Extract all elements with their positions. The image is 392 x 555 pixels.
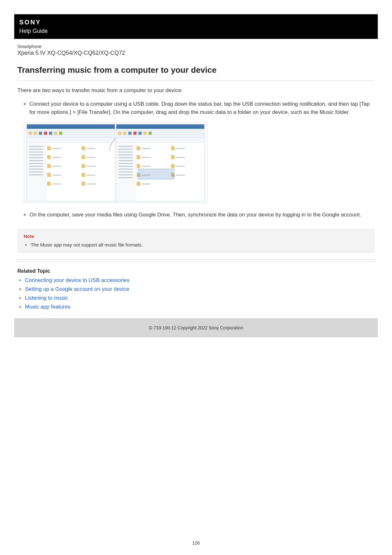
header-bar: SONY Help Guide [14, 14, 378, 39]
illustration-window-right [116, 124, 205, 202]
steps-list-continued: On the computer, save your media files u… [17, 211, 375, 219]
related-item-3: Listening to music [19, 295, 375, 301]
note-item-1: The Music app may not support all music … [25, 242, 368, 247]
model-label: Xperia 5 IV XQ-CQ54/XQ-CQ62/XQ-CQ72 [17, 50, 375, 56]
related-item-2: Setting up a Google account on your devi… [19, 286, 375, 292]
steps-list: Connect your device to a computer using … [17, 100, 375, 116]
related-heading: Related Topic [17, 268, 375, 274]
copyright-footer: G-733-100-12 Copyright 2022 Sony Corpora… [14, 318, 378, 337]
header-subtitle: Help Guide [19, 28, 373, 34]
category-label: Smartphone [17, 44, 375, 49]
illustration-window-left [27, 124, 115, 202]
intro-text: There are two ways to transfer music fro… [17, 87, 375, 94]
related-item-4: Music app features [19, 304, 375, 310]
related-item-1: Connecting your device to USB accessorie… [19, 277, 375, 284]
related-link-usb[interactable]: Connecting your device to USB accessorie… [25, 277, 130, 283]
brand-logo: SONY [19, 19, 373, 26]
transfer-illustration [24, 122, 207, 203]
title-separator [17, 81, 375, 81]
page-title: Transferring music from a computer to yo… [17, 65, 375, 75]
related-link-music-features[interactable]: Music app features [25, 304, 70, 310]
note-box: Note The Music app may not support all m… [17, 228, 375, 253]
note-label: Note [24, 234, 368, 239]
related-link-listening[interactable]: Listening to music [25, 295, 68, 301]
step-item-2: On the computer, save your media files u… [24, 211, 375, 219]
drop-target-highlight [138, 169, 174, 179]
page-number: 126 [0, 540, 392, 546]
related-list: Connecting your device to USB accessorie… [17, 277, 375, 310]
related-link-google-account[interactable]: Setting up a Google account on your devi… [25, 286, 129, 292]
section-separator [17, 259, 375, 262]
step-item-1: Connect your device to a computer using … [24, 100, 375, 116]
